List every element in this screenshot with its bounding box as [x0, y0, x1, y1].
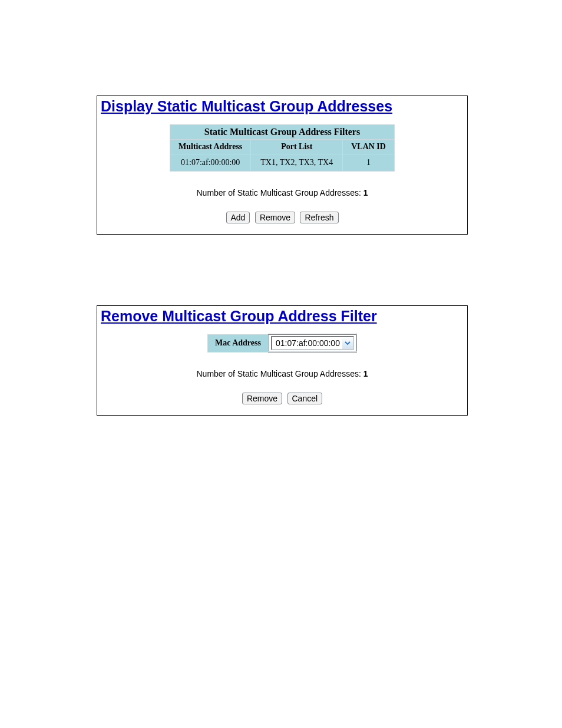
- filters-table-caption: Static Multicast Group Address Filters: [170, 124, 395, 139]
- col-vlan-id: VLAN ID: [343, 139, 395, 154]
- button-row-display: Add Remove Refresh: [97, 212, 467, 223]
- add-button[interactable]: Add: [226, 212, 250, 223]
- count-value: 1: [363, 369, 368, 378]
- mac-address-cell: 01:07:af:00:00:00: [269, 334, 356, 352]
- remove-button-confirm[interactable]: Remove: [242, 393, 282, 404]
- display-static-multicast-panel: Display Static Multicast Group Addresses…: [97, 95, 468, 235]
- cancel-button[interactable]: Cancel: [287, 393, 323, 404]
- button-row-remove: Remove Cancel: [97, 393, 467, 404]
- remove-button[interactable]: Remove: [255, 212, 295, 223]
- cell-port-list: TX1, TX2, TX3, TX4: [251, 154, 343, 171]
- filters-table: Static Multicast Group Address Filters M…: [170, 124, 395, 172]
- remove-multicast-panel: Remove Multicast Group Address Filter Ma…: [97, 305, 468, 416]
- cell-multicast-address: 01:07:af:00:00:00: [170, 154, 251, 171]
- count-line-remove: Number of Static Multicast Group Address…: [97, 369, 467, 378]
- refresh-button[interactable]: Refresh: [300, 212, 338, 223]
- page-title-remove: Remove Multicast Group Address Filter: [97, 306, 467, 328]
- count-label: Number of Static Multicast Group Address…: [196, 188, 363, 197]
- mac-address-label: Mac Address: [208, 334, 269, 352]
- count-line-display: Number of Static Multicast Group Address…: [97, 188, 467, 197]
- table-row: 01:07:af:00:00:00 TX1, TX2, TX3, TX4 1: [170, 154, 395, 171]
- page-title-display: Display Static Multicast Group Addresses: [97, 96, 467, 118]
- chevron-down-icon: [342, 337, 353, 349]
- count-value: 1: [363, 188, 368, 197]
- mac-address-select[interactable]: 01:07:af:00:00:00: [271, 336, 354, 350]
- mac-address-selected: 01:07:af:00:00:00: [272, 338, 342, 348]
- count-label: Number of Static Multicast Group Address…: [196, 369, 363, 378]
- col-multicast-address: Multicast Address: [170, 139, 251, 154]
- cell-vlan-id: 1: [343, 154, 395, 171]
- remove-form-table: Mac Address 01:07:af:00:00:00: [207, 334, 357, 353]
- col-port-list: Port List: [251, 139, 343, 154]
